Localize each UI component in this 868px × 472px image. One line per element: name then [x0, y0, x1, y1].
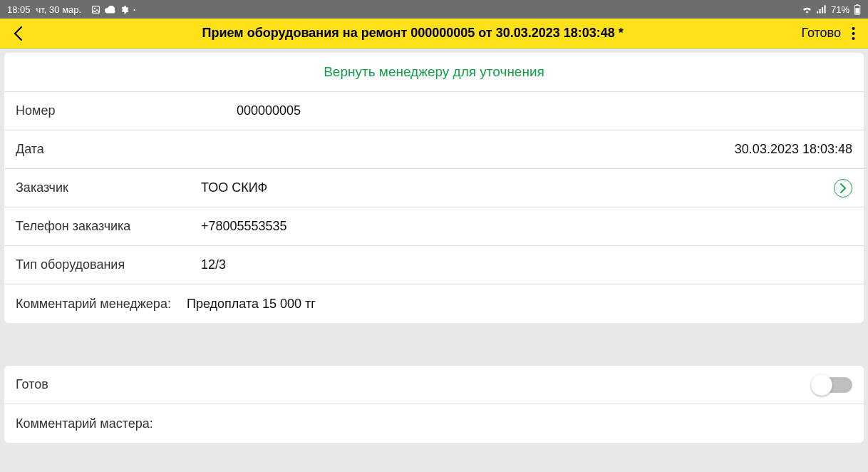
svg-rect-5 — [824, 5, 825, 13]
svg-point-10 — [852, 32, 854, 35]
svg-rect-2 — [817, 11, 818, 14]
row-mgr-comment: Комментарий менеджера: Предоплата 15 000… — [4, 284, 864, 323]
status-date: чт, 30 мар. — [36, 4, 82, 15]
row-master-comment[interactable]: Комментарий мастера: — [4, 404, 864, 443]
signal-icon — [817, 5, 827, 14]
return-to-manager-link[interactable]: Вернуть менеджеру для уточнения — [4, 53, 864, 92]
value-number: 000000005 — [237, 103, 852, 118]
more-vertical-icon — [852, 26, 855, 41]
row-equip-type: Тип оборудования 12/3 — [4, 246, 864, 284]
status-bar-right: 71% — [802, 4, 861, 15]
toggle-knob — [811, 374, 832, 396]
app-bar: Прием оборудования на ремонт 000000005 о… — [0, 19, 868, 48]
value-date: 30.03.2023 18:03:48 — [201, 142, 852, 157]
image-icon — [91, 5, 100, 14]
customer-open-button[interactable] — [834, 179, 852, 197]
svg-rect-0 — [93, 6, 100, 13]
row-phone: Телефон заказчика +78005553535 — [4, 207, 864, 246]
info-card: Вернуть менеджеру для уточнения Номер 00… — [4, 53, 864, 323]
label-date: Дата — [16, 142, 201, 157]
chevron-left-icon — [13, 26, 23, 41]
wifi-icon — [802, 5, 812, 14]
page-title: Прием оборудования на ремонт 000000005 о… — [29, 26, 797, 41]
svg-rect-4 — [822, 7, 823, 13]
page-body: Вернуть менеджеру для уточнения Номер 00… — [0, 53, 868, 443]
svg-rect-3 — [819, 9, 820, 14]
svg-point-11 — [852, 37, 854, 40]
label-master-comment: Комментарий мастера: — [16, 416, 201, 431]
label-customer: Заказчик — [16, 180, 201, 195]
chevron-right-icon — [839, 183, 847, 193]
gear-icon — [120, 5, 129, 14]
label-mgr-comment: Комментарий менеджера: — [16, 297, 187, 312]
svg-rect-8 — [855, 8, 859, 14]
master-card: Готов Комментарий мастера: — [4, 366, 864, 443]
value-customer: ТОО СКИФ — [201, 180, 827, 195]
row-date: Дата 30.03.2023 18:03:48 — [4, 130, 864, 169]
done-button[interactable]: Готово — [797, 26, 845, 41]
status-bar-left: 18:05 чт, 30 мар. • — [7, 4, 135, 15]
battery-percent: 71% — [831, 4, 849, 15]
value-equip-type: 12/3 — [201, 257, 852, 272]
value-mgr-comment: Предоплата 15 000 тг — [187, 297, 852, 312]
value-phone: +78005553535 — [201, 219, 852, 234]
status-bar: 18:05 чт, 30 мар. • 71% — [0, 0, 868, 19]
row-customer[interactable]: Заказчик ТОО СКИФ — [4, 169, 864, 207]
svg-point-1 — [94, 7, 95, 9]
row-number: Номер 000000005 — [4, 92, 864, 130]
row-ready: Готов — [4, 366, 864, 404]
status-left-icons: • — [91, 5, 135, 14]
label-phone: Телефон заказчика — [16, 219, 201, 234]
battery-icon — [854, 4, 861, 15]
back-button[interactable] — [7, 19, 29, 48]
more-button[interactable] — [845, 19, 861, 48]
label-equip-type: Тип оборудования — [16, 257, 201, 272]
ready-toggle[interactable] — [812, 377, 852, 393]
cloud-icon — [105, 6, 115, 14]
dot-icon: • — [133, 6, 135, 13]
label-ready: Готов — [16, 377, 201, 392]
status-time: 18:05 — [7, 4, 31, 15]
svg-point-9 — [852, 27, 854, 30]
label-number: Номер — [16, 103, 201, 118]
